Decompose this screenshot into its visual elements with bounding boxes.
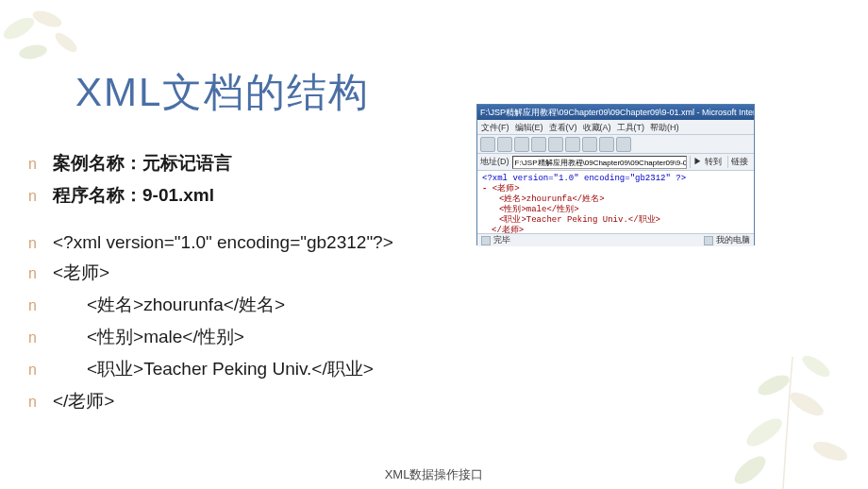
- svg-point-0: [0, 13, 37, 43]
- bullet-icon: n: [28, 265, 53, 282]
- history-icon[interactable]: [616, 137, 631, 152]
- menu-favorites[interactable]: 收藏(A): [583, 120, 611, 134]
- page-title: XML文档的结构: [75, 66, 370, 119]
- menu-edit[interactable]: 编辑(E): [515, 120, 543, 134]
- menu-help[interactable]: 帮助(H): [650, 120, 679, 134]
- code-line-3: <姓名>zhourunfa</姓名>: [53, 293, 285, 317]
- bullet-icon: n: [28, 362, 53, 379]
- code-line-1: <?xml version="1.0" encoding="gb2312"?>: [53, 232, 393, 253]
- code-line-6: </老师>: [53, 389, 114, 413]
- bullet-icon: n: [28, 156, 53, 173]
- bullet-icon: n: [28, 188, 53, 205]
- bullet-icon: n: [28, 394, 53, 411]
- menu-tools[interactable]: 工具(T): [617, 120, 645, 134]
- program-file: 9-01.xml: [142, 185, 214, 205]
- svg-point-1: [31, 8, 64, 30]
- slide-content: n 案例名称：元标记语言 n 程序名称：9-01.xml n <?xml ver…: [28, 151, 840, 421]
- forward-icon[interactable]: [497, 137, 512, 152]
- browser-titlebar: F:\JSP精解应用教程\09Chapter09\09Chapter09\9-0…: [477, 105, 754, 120]
- footer-text: XML数据操作接口: [0, 466, 868, 483]
- back-icon[interactable]: [480, 137, 495, 152]
- code-line-2: <老师>: [53, 261, 109, 285]
- refresh-icon[interactable]: [531, 137, 546, 152]
- svg-point-2: [18, 43, 48, 61]
- case-name-label: 案例名称：元标记语言: [53, 151, 232, 176]
- favorites-icon[interactable]: [582, 137, 597, 152]
- browser-title-text: F:\JSP精解应用教程\09Chapter09\09Chapter09\9-0…: [480, 105, 754, 120]
- stop-icon[interactable]: [514, 137, 529, 152]
- browser-menubar: 文件(F) 编辑(E) 查看(V) 收藏(A) 工具(T) 帮助(H): [477, 120, 754, 135]
- svg-point-3: [52, 29, 79, 55]
- menu-file[interactable]: 文件(F): [481, 120, 509, 134]
- home-icon[interactable]: [548, 137, 563, 152]
- svg-point-8: [810, 438, 849, 464]
- menu-view[interactable]: 查看(V): [549, 120, 577, 134]
- media-icon[interactable]: [599, 137, 614, 152]
- program-name-label: 程序名称：: [53, 185, 142, 205]
- bullet-icon: n: [28, 297, 53, 314]
- bullet-icon: n: [28, 235, 53, 252]
- code-line-4: <性别>male</性别>: [53, 325, 244, 349]
- code-line-5: <职业>Teacher Peking Univ.</职业>: [53, 357, 374, 381]
- bullet-icon: n: [28, 329, 53, 346]
- search-icon[interactable]: [565, 137, 580, 152]
